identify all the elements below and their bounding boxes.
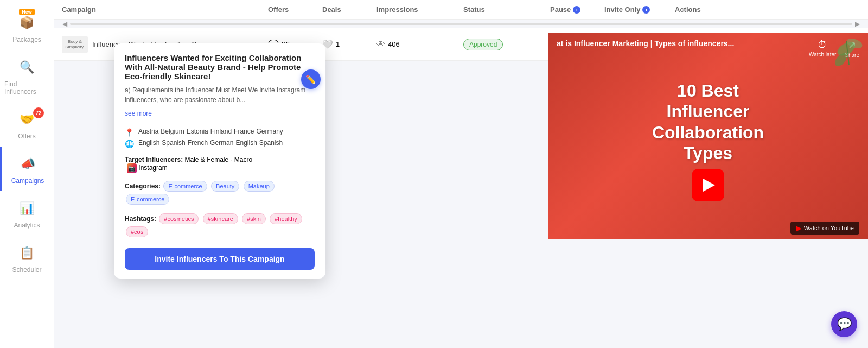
- analytics-icon: 📊: [16, 198, 38, 219]
- impressions-cell: 👁 406: [374, 37, 461, 52]
- col-deals-label: Deals: [322, 5, 341, 14]
- lang-es1: Spanish: [162, 139, 185, 147]
- categories-section: Categories: E-commerce Beauty Makeup E-c…: [114, 176, 326, 209]
- location-icon: 📍: [125, 128, 134, 137]
- brand-logo: Body & Simplicity.: [62, 36, 88, 53]
- sidebar-item-campaigns[interactable]: 📣 Campaigns: [0, 147, 54, 191]
- invite-only-info-icon: i: [642, 6, 650, 14]
- pause-info-icon: i: [573, 6, 580, 14]
- lang-en2: English: [235, 139, 257, 147]
- sidebar-item-analytics[interactable]: 📊 Analytics: [0, 191, 54, 236]
- play-button[interactable]: [692, 169, 724, 201]
- sidebar-label-find: Find Influencers: [4, 80, 49, 96]
- col-status: Status: [461, 1, 548, 18]
- target-value-text: Male & Female - Macro: [184, 156, 252, 163]
- play-triangle-icon: [703, 179, 715, 192]
- scrollbar-row: ◀ ▶: [54, 20, 868, 28]
- popup-description: a) Requirements the Influencer Must Meet…: [125, 85, 315, 105]
- packages-icon: 📦: [16, 12, 38, 34]
- popup-edit-button[interactable]: ✏️: [301, 69, 321, 89]
- col-deals: Deals: [320, 1, 374, 18]
- offers-badge: 72: [33, 107, 44, 118]
- hashtags-section: Hashtags: #cosmetics #skincare #skin #he…: [114, 209, 326, 242]
- impressions-count: 406: [388, 40, 400, 48]
- col-pause: Pause i: [548, 1, 602, 18]
- col-invite-only-label: Invite Only: [604, 5, 640, 14]
- sidebar-item-offers[interactable]: 72 🤝 Offers: [0, 102, 54, 147]
- invite-cta-button[interactable]: Invite Influencers To This Campaign: [125, 248, 315, 270]
- scroll-left-arrow[interactable]: ◀: [60, 20, 70, 28]
- cat-makeup: Makeup: [244, 181, 275, 192]
- popup-header: Influencers Wanted for Exciting Collabor…: [114, 43, 326, 123]
- col-offers-label: Offers: [268, 5, 289, 14]
- watch-on-youtube[interactable]: ▶ Watch on YouTube: [790, 222, 859, 235]
- scrollbar-track[interactable]: [70, 23, 852, 25]
- hash-cosmetics: #cosmetics: [159, 213, 199, 224]
- col-impressions-label: Impressions: [376, 5, 418, 14]
- hash-skin: #skin: [242, 213, 266, 224]
- sidebar-label-offers: Offers: [18, 132, 35, 140]
- sidebar-item-scheduler[interactable]: 📋 Scheduler: [0, 236, 54, 280]
- scroll-right-arrow[interactable]: ▶: [852, 20, 863, 28]
- sidebar-label-scheduler: Scheduler: [12, 266, 41, 274]
- popup-cta: Invite Influencers To This Campaign: [125, 248, 315, 270]
- video-title-line2: Influencer: [667, 102, 750, 121]
- video-title-line1: 10 Best: [677, 81, 739, 100]
- video-top-text: at is Influencer Marketing | Types of in…: [557, 39, 809, 48]
- languages-row: 🌐 English Spanish French German English …: [125, 139, 315, 148]
- countries-values: Austria Belgium Estonia Finland France G…: [138, 128, 283, 135]
- main-content: Campaign Offers Deals Impressions Status…: [54, 0, 868, 348]
- col-offers: Offers: [266, 1, 320, 18]
- video-main-title: 10 Best Influencer Collaboration Types: [652, 80, 764, 164]
- lang-es2: Spanish: [259, 139, 283, 147]
- eye-icon: 👁: [376, 40, 385, 49]
- scheduler-icon: 📋: [16, 242, 38, 264]
- search-icon: 🔍: [16, 56, 38, 78]
- country-belgium: Belgium: [161, 128, 184, 135]
- new-badge: New: [19, 9, 35, 15]
- sidebar-label-packages: Packages: [12, 36, 41, 43]
- categories-label: Categories:: [125, 182, 161, 190]
- country-france: France: [234, 128, 254, 135]
- lang-en1: English: [138, 139, 159, 147]
- col-actions-label: Actions: [675, 5, 701, 14]
- hash-cos: #cos: [126, 226, 148, 237]
- campaigns-icon: 📣: [17, 153, 39, 175]
- languages-values: English Spanish French German English Sp…: [138, 139, 283, 147]
- lang-de: German: [210, 139, 233, 147]
- popup-title: Influencers Wanted for Exciting Collabor…: [125, 53, 315, 81]
- plant-decoration: [803, 33, 868, 98]
- col-status-label: Status: [463, 5, 485, 14]
- video-section: at is Influencer Marketing | Types of in…: [548, 33, 868, 239]
- sidebar-item-packages[interactable]: New 📦 Packages: [0, 5, 54, 50]
- deals-cell: 🤍 1: [320, 37, 374, 52]
- col-actions: Actions: [673, 1, 738, 18]
- country-estonia: Estonia: [187, 128, 208, 135]
- sidebar-item-find-influencers[interactable]: 🔍 Find Influencers: [0, 50, 54, 102]
- col-impressions: Impressions: [374, 1, 461, 18]
- sidebar-label-analytics: Analytics: [14, 222, 40, 229]
- country-germany: Germany: [256, 128, 283, 135]
- cat-beauty: Beauty: [211, 181, 239, 192]
- video-bottom-bar: ▶ Watch on YouTube: [548, 217, 868, 239]
- globe-icon: 🌐: [125, 140, 134, 148]
- target-section: Target Influencers: Male & Female - Macr…: [114, 153, 326, 176]
- see-more-link[interactable]: see more: [125, 110, 152, 117]
- status-cell: Approved: [461, 36, 548, 53]
- deals-count: 1: [336, 40, 340, 48]
- countries-row: 📍 Austria Belgium Estonia Finland France…: [125, 128, 315, 137]
- platform-instagram: 📷 Instagram: [127, 164, 168, 172]
- cat-ecommerce2: E-commerce: [126, 194, 169, 205]
- country-finland: Finland: [210, 128, 232, 135]
- chat-bubble[interactable]: 💬: [831, 311, 857, 337]
- chat-icon: 💬: [837, 317, 852, 331]
- col-pause-label: Pause: [550, 5, 571, 14]
- col-invite-only: Invite Only i: [602, 1, 673, 18]
- target-label: Target Influencers:: [125, 156, 183, 163]
- sidebar-label-campaigns: Campaigns: [11, 177, 44, 185]
- lang-fr: French: [188, 139, 208, 147]
- table-header: Campaign Offers Deals Impressions Status…: [54, 0, 868, 20]
- video-title-line3: Collaboration: [652, 123, 764, 142]
- video-title-line4: Types: [684, 143, 732, 163]
- cat-ecommerce1: E-commerce: [163, 181, 207, 192]
